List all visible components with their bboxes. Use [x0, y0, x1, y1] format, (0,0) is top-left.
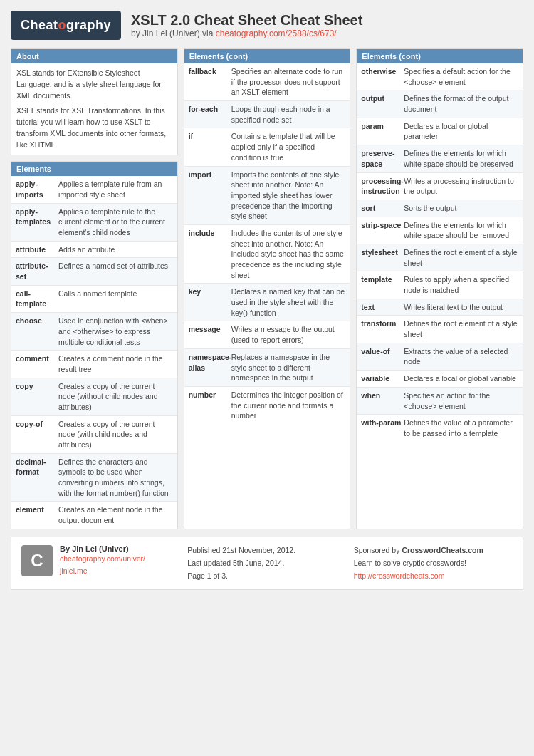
row-term: sort	[361, 203, 404, 214]
table-row: attribute-setDefines a named set of attr…	[11, 258, 177, 285]
row-def: Contains a template that will be applied…	[231, 131, 346, 162]
row-term: choose	[16, 316, 58, 347]
elements-cont-1-content: fallbackSpecifies an alternate code to r…	[184, 63, 350, 424]
footer-sponsor-header: Sponsored by CrosswordCheats.com	[354, 544, 513, 557]
table-row: sortSorts the output	[357, 200, 523, 217]
row-term: template	[361, 274, 404, 295]
table-row: copy-ofCreates a copy of the current nod…	[11, 416, 177, 454]
table-row: whenSpecifies an action for the <choose>…	[357, 388, 523, 415]
row-term: if	[189, 131, 231, 162]
table-row: decimal-formatDefines the characters and…	[11, 454, 177, 502]
footer-sponsor-link: http://crosswordcheats.com	[354, 570, 513, 583]
elements-section: Elements apply-importsApplies a template…	[11, 161, 178, 529]
row-term: decimal-format	[16, 457, 58, 499]
row-def: Used in conjunction with <when> and <oth…	[58, 316, 173, 347]
footer-col-3: Sponsored by CrosswordCheats.com Learn t…	[354, 544, 513, 583]
table-row: namespace-aliasReplaces a namespace in t…	[184, 349, 350, 387]
table-row: commentCreates a comment node in the res…	[11, 351, 177, 378]
table-row: transformDefines the root element of a s…	[357, 316, 523, 343]
row-def: Creates a copy of the current node (with…	[58, 419, 173, 450]
table-row: numberDetermines the integer position of…	[184, 387, 350, 424]
row-def: Determines the integer position of the c…	[231, 390, 346, 421]
table-row: outputDefines the format of the output d…	[357, 90, 523, 118]
row-term: element	[16, 504, 58, 525]
subtitle-link[interactable]: cheatography.com/2588/cs/673/	[216, 29, 337, 38]
table-row: preserve-spaceDefines the elements for w…	[357, 145, 523, 172]
table-row: paramDeclares a local or global paramete…	[357, 118, 523, 145]
table-row: for-eachLoops through each node in a spe…	[184, 101, 350, 128]
footer-sponsor-label: Sponsored by	[354, 546, 402, 554]
row-def: Specifies a default action for the <choo…	[404, 66, 518, 87]
row-term: text	[361, 302, 404, 313]
page-header: Cheatography XSLT 2.0 Cheat Sheet Cheat …	[11, 11, 523, 40]
about-para-1: XSL stands for EXtensible Stylesheet Lan…	[16, 68, 172, 101]
table-row: attributeAdds an attribute	[11, 242, 177, 259]
table-row: importImports the contents of one style …	[184, 167, 350, 225]
row-term: value-of	[361, 346, 404, 367]
row-term: strip-space	[361, 220, 404, 241]
table-row: keyDeclares a named key that can be used…	[184, 284, 350, 321]
footer-link-2[interactable]: jinlei.me	[60, 565, 145, 577]
row-def: Defines the elements for which white spa…	[404, 220, 518, 241]
row-term: otherwise	[361, 66, 404, 87]
table-row: elementCreates an element node in the ou…	[11, 502, 177, 528]
row-term: comment	[16, 353, 58, 374]
row-term: attribute-set	[16, 261, 58, 281]
row-term: output	[361, 93, 404, 114]
table-row: ifContains a template that will be appli…	[184, 128, 350, 166]
row-def: Writes a processing instruction to the o…	[404, 176, 518, 197]
footer-updated: Last updated 5th June, 2014.	[187, 557, 346, 570]
about-text: XSL stands for EXtensible Stylesheet Lan…	[11, 63, 177, 155]
row-term: transform	[361, 319, 404, 339]
subtitle-text: by Jin Lei (Univer) via	[131, 29, 216, 38]
row-term: processing-instruction	[361, 176, 404, 197]
table-row: messageWrites a message to the output (u…	[184, 321, 350, 348]
row-def: Applies a template rule from an imported…	[58, 179, 173, 200]
row-def: Declares a named key that can be used in…	[231, 286, 346, 318]
elements-cont-2-section: Elements (cont) otherwiseSpecifies a def…	[356, 48, 523, 529]
row-def: Defines the characters and symbols to be…	[58, 457, 173, 499]
table-row: processing-instructionWrites a processin…	[357, 173, 523, 200]
footer-link-1[interactable]: cheatography.com/univer/	[60, 553, 145, 565]
row-def: Applies a template rule to the current e…	[58, 207, 173, 238]
header-text: XSLT 2.0 Cheat Sheet Cheat Sheet by Jin …	[131, 12, 362, 38]
about-content: XSL stands for EXtensible Stylesheet Lan…	[11, 63, 177, 155]
row-term: for-each	[189, 104, 231, 125]
table-row: otherwiseSpecifies a default action for …	[357, 63, 523, 90]
row-term: import	[189, 170, 231, 222]
footer-col-1: C By Jin Lei (Univer) cheatography.com/u…	[21, 544, 180, 577]
footer-sponsor-url[interactable]: http://crosswordcheats.com	[354, 571, 445, 580]
row-term: namespace-alias	[189, 352, 231, 383]
footer-sponsor-tagline: Learn to solve cryptic crosswords!	[354, 557, 513, 570]
row-term: attribute	[16, 244, 58, 255]
footer-published: Published 21st November, 2012.	[187, 544, 346, 557]
row-def: Defines the value of a parameter to be p…	[404, 418, 518, 438]
row-term: call-template	[16, 289, 58, 309]
about-section: About XSL stands for EXtensible Styleshe…	[11, 48, 178, 155]
row-def: Specifies an action for the <choose> ele…	[404, 390, 518, 411]
row-def: Sorts the output	[404, 203, 518, 214]
row-def: Defines the format of the output documen…	[404, 93, 518, 114]
table-row: strip-spaceDefines the elements for whic…	[357, 217, 523, 244]
elements-content: apply-importsApplies a template rule fro…	[11, 176, 177, 529]
row-def: Creates a copy of the current node (with…	[58, 381, 173, 413]
footer: C By Jin Lei (Univer) cheatography.com/u…	[11, 537, 523, 591]
row-def: Imports the contents of one style sheet …	[231, 170, 346, 222]
row-def: Rules to apply when a specified node is …	[404, 274, 518, 295]
table-row: value-ofExtracts the value of a selected…	[357, 343, 523, 371]
footer-author-info: By Jin Lei (Univer) cheatography.com/uni…	[60, 544, 145, 577]
footer-col-2: Published 21st November, 2012. Last upda…	[187, 544, 346, 583]
row-def: Extracts the value of a selected node	[404, 346, 518, 367]
row-term: variable	[361, 373, 404, 384]
row-term: copy-of	[16, 419, 58, 450]
row-def: Creates a comment node in the result tre…	[58, 353, 173, 374]
row-def: Loops through each node in a specified n…	[231, 104, 346, 125]
row-term: with-param	[361, 418, 404, 438]
row-term: when	[361, 390, 404, 411]
elements-cont-2-content: otherwiseSpecifies a default action for …	[357, 63, 523, 442]
row-term: copy	[16, 381, 58, 413]
about-header: About	[11, 49, 177, 63]
table-row: includeIncludes the contents of one styl…	[184, 225, 350, 284]
footer-logo-letter: C	[21, 545, 53, 576]
row-term: apply-imports	[16, 179, 58, 200]
